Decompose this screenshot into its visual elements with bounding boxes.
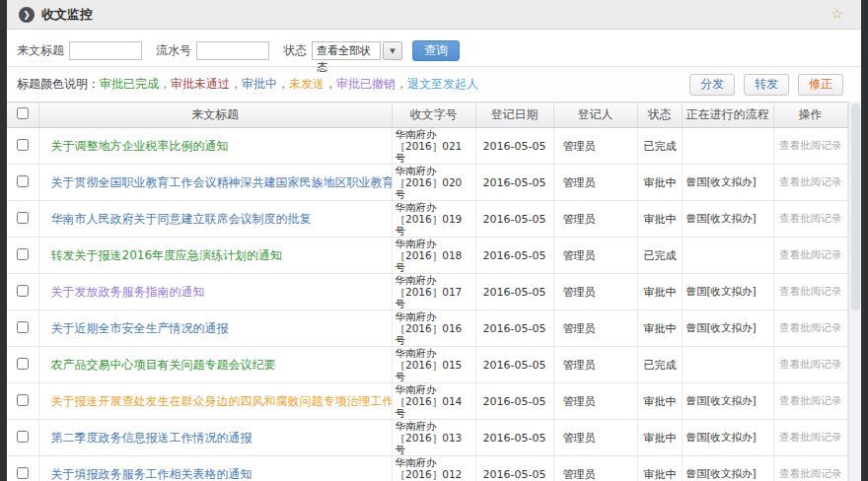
status-cell: 已完成	[637, 238, 682, 274]
view-records-link[interactable]: 查看批阅记录	[773, 310, 847, 347]
document-title-link[interactable]: 关于近期全市安全生产情况的通报	[51, 321, 229, 335]
select-all-checkbox[interactable]	[17, 107, 29, 119]
title-search-input[interactable]	[69, 41, 142, 60]
col-header-doc-no: 收文字号	[392, 103, 475, 128]
process-cell: 曾国[收文拟办]	[682, 310, 773, 347]
doc-number-cell: 华南府办［2016］013号	[392, 420, 475, 456]
document-table: 来文标题 收文字号 登记日期 登记人 状态 正在进行的流程 操作 关于调整地方企…	[7, 102, 848, 481]
status-field-label: 状态	[283, 42, 307, 59]
row-checkbox[interactable]	[17, 175, 29, 187]
process-cell: 曾国[收文拟办]	[682, 383, 773, 420]
row-checkbox[interactable]	[17, 248, 29, 260]
row-checkbox[interactable]	[17, 139, 29, 151]
action-button-转发[interactable]: 转发	[744, 74, 789, 96]
register-date-cell: 2016-05-05	[475, 274, 553, 310]
col-header-registrant: 登记人	[553, 103, 637, 128]
row-checkbox[interactable]	[17, 358, 29, 370]
vertical-scrollbar[interactable]	[848, 102, 862, 481]
status-cell: 审批中	[637, 310, 682, 347]
process-cell: 曾国[收文拟办]	[682, 165, 773, 201]
document-title-link[interactable]: 关于填报政务服务工作相关表格的通知	[51, 467, 253, 481]
register-date-cell: 2016-05-05	[475, 456, 553, 481]
row-checkbox[interactable]	[17, 467, 29, 479]
table-row: 关于调整地方企业税率比例的通知 华南府办［2016］021号 2016-05-0…	[7, 128, 847, 165]
query-button[interactable]: 查询	[412, 40, 460, 61]
view-records-link[interactable]: 查看批阅记录	[773, 201, 847, 238]
process-cell	[682, 238, 773, 274]
table-row: 关于近期全市安全生产情况的通报 华南府办［2016］016号 2016-05-0…	[7, 310, 847, 347]
row-checkbox[interactable]	[17, 212, 29, 224]
status-select[interactable]: 查看全部状态 ▼	[312, 41, 402, 60]
status-cell: 审批中	[637, 274, 682, 310]
doc-number-cell: 华南府办［2016］015号	[392, 347, 475, 383]
register-date-cell: 2016-05-05	[475, 128, 553, 165]
title-field-label: 来文标题	[17, 42, 64, 59]
title-bar: ❯ 收文监控 ☆	[7, 0, 861, 30]
scrollbar-thumb[interactable]	[851, 103, 860, 310]
status-select-value[interactable]: 查看全部状态	[312, 41, 381, 60]
document-title-link[interactable]: 关于发放政务服务指南的通知	[51, 285, 205, 299]
document-title-link[interactable]: 关于贯彻全国职业教育工作会议精神深共建国家民族地区职业教育综合...的通知	[51, 175, 393, 189]
dropdown-arrow-icon[interactable]: ▼	[383, 41, 402, 60]
row-checkbox[interactable]	[17, 285, 29, 297]
register-date-cell: 2016-05-05	[475, 347, 553, 383]
action-button-修正[interactable]: 修正	[798, 74, 843, 96]
doc-number-cell: 华南府办［2016］016号	[392, 310, 475, 347]
status-cell: 审批中	[637, 165, 682, 201]
legend-item: 审批中	[242, 77, 277, 91]
view-records-link[interactable]: 查看批阅记录	[773, 238, 847, 274]
view-records-link[interactable]: 查看批阅记录	[773, 456, 847, 481]
process-cell	[682, 347, 773, 383]
document-title-link[interactable]: 第二季度政务信息报送工作情况的通报	[51, 431, 253, 445]
status-cell: 审批中	[637, 383, 682, 420]
registrant-cell: 管理员	[553, 420, 637, 456]
col-header-process: 正在进行的流程	[682, 103, 773, 128]
legend-row: 标题颜色说明：审批已完成，审批未通过，审批中，未发送，审批已撤销，退文至发起人 …	[7, 66, 861, 102]
doc-number-cell: 华南府办［2016］019号	[392, 201, 475, 238]
legend-items: 审批已完成，审批未通过，审批中，未发送，审批已撤销，退文至发起人	[100, 77, 478, 91]
registrant-cell: 管理员	[553, 238, 637, 274]
process-cell: 曾国[收文拟办]	[682, 274, 773, 310]
doc-number-cell: 华南府办［2016］021号	[392, 128, 475, 165]
view-records-link[interactable]: 查看批阅记录	[773, 165, 847, 201]
col-header-date: 登记日期	[475, 103, 553, 128]
registrant-cell: 管理员	[553, 383, 637, 420]
row-checkbox[interactable]	[17, 431, 29, 443]
legend-separator: ，	[396, 77, 407, 91]
registrant-cell: 管理员	[553, 347, 637, 383]
view-records-link[interactable]: 查看批阅记录	[773, 128, 847, 165]
action-button-分发[interactable]: 分发	[689, 74, 735, 96]
document-title-link[interactable]: 转发关于报送2016年度应急演练计划的通知	[51, 248, 283, 262]
status-cell: 审批中	[637, 456, 682, 481]
legend-item: 审批已撤销	[336, 77, 396, 91]
view-records-link[interactable]: 查看批阅记录	[773, 347, 847, 383]
title-color-legend: 标题颜色说明：审批已完成，审批未通过，审批中，未发送，审批已撤销，退文至发起人	[17, 76, 478, 93]
register-date-cell: 2016-05-05	[475, 420, 553, 456]
view-records-link[interactable]: 查看批阅记录	[773, 274, 847, 310]
collapse-chevron-icon[interactable]: ❯	[19, 7, 35, 23]
table-row: 关于发放政务服务指南的通知 华南府办［2016］017号 2016-05-05 …	[7, 274, 847, 310]
legend-item: 审批已完成	[100, 77, 159, 91]
search-bar: 来文标题 流水号 状态 查看全部状态 ▼ 查询	[7, 35, 861, 66]
registrant-cell: 管理员	[553, 128, 637, 165]
table-row: 转发关于报送2016年度应急演练计划的通知 华南府办［2016］018号 201…	[7, 238, 847, 274]
row-checkbox[interactable]	[17, 394, 29, 406]
process-cell: 曾国[收文拟办]	[682, 420, 773, 456]
view-records-link[interactable]: 查看批阅记录	[773, 383, 847, 420]
process-cell: 曾国[收文拟办]	[682, 456, 773, 481]
favorite-star-icon[interactable]: ☆	[831, 6, 843, 22]
document-title-link[interactable]: 华南市人民政府关于同意建立联席会议制度的批复	[51, 212, 312, 226]
doc-number-cell: 华南府办［2016］018号	[392, 238, 475, 274]
view-records-link[interactable]: 查看批阅记录	[773, 420, 847, 456]
register-date-cell: 2016-05-05	[475, 201, 553, 238]
document-title-link[interactable]: 关于调整地方企业税率比例的通知	[51, 139, 229, 153]
document-title-link[interactable]: 关于报送开展查处发生在群众身边的四风和腐败问题专项治理工作方案通知	[51, 394, 393, 408]
doc-number-cell: 华南府办［2016］017号	[392, 274, 475, 310]
serial-search-input[interactable]	[196, 41, 269, 60]
row-checkbox[interactable]	[17, 321, 29, 333]
col-header-title: 来文标题	[38, 103, 392, 128]
process-cell	[682, 128, 773, 165]
legend-separator: ，	[230, 77, 242, 91]
document-title-link[interactable]: 农产品交易中心项目有关问题专题会议纪要	[51, 358, 276, 372]
table-row: 农产品交易中心项目有关问题专题会议纪要 华南府办［2016］015号 2016-…	[7, 347, 847, 383]
